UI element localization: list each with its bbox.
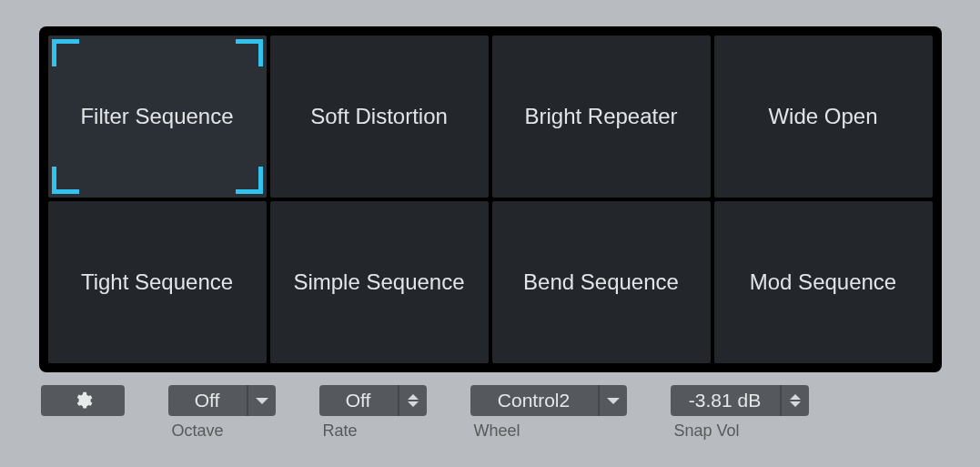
chevron-up-icon: [790, 394, 801, 400]
rate-value[interactable]: Off: [319, 385, 398, 416]
selection-corner-icon: [52, 167, 79, 194]
octave-value[interactable]: Off: [168, 385, 247, 416]
selection-corner-icon: [52, 39, 79, 66]
pad-label: Bend Sequence: [523, 268, 679, 296]
pad-label: Simple Sequence: [293, 268, 464, 296]
snapshot-panel: Filter Sequence Soft Distortion Bright R…: [30, 17, 951, 450]
snapshot-pad-2[interactable]: Soft Distortion: [270, 36, 489, 198]
pad-label: Tight Sequence: [81, 268, 233, 296]
chevron-down-icon: [607, 398, 620, 404]
pad-label: Soft Distortion: [310, 102, 448, 130]
rate-param: Off Rate: [319, 385, 427, 441]
snapshot-pad-7[interactable]: Bend Sequence: [492, 201, 711, 363]
settings-button[interactable]: [41, 385, 125, 416]
wheel-control[interactable]: Control2: [470, 385, 627, 416]
wheel-label: Wheel: [470, 421, 627, 441]
wheel-dropdown-button[interactable]: [598, 385, 627, 416]
wheel-param: Control2 Wheel: [470, 385, 627, 441]
pad-label: Filter Sequence: [80, 102, 233, 130]
pad-grid-frame: Filter Sequence Soft Distortion Bright R…: [39, 26, 942, 372]
wheel-value[interactable]: Control2: [470, 385, 598, 416]
snapshot-pad-1[interactable]: Filter Sequence: [48, 36, 267, 198]
snapvol-param: -3.81 dB Snap Vol: [671, 385, 809, 441]
snapshot-pad-6[interactable]: Simple Sequence: [270, 201, 489, 363]
pad-label: Mod Sequence: [750, 268, 896, 296]
snapshot-pad-5[interactable]: Tight Sequence: [48, 201, 267, 363]
octave-param: Off Octave: [168, 385, 276, 441]
pad-label: Wide Open: [768, 102, 877, 130]
octave-control[interactable]: Off: [168, 385, 276, 416]
pad-label: Bright Repeater: [524, 102, 677, 130]
snapshot-pad-4[interactable]: Wide Open: [714, 36, 933, 198]
rate-stepper[interactable]: [398, 385, 427, 416]
rate-label: Rate: [319, 421, 427, 441]
chevron-down-icon: [790, 401, 801, 407]
chevron-down-icon: [256, 398, 268, 404]
selection-corner-icon: [236, 167, 263, 194]
snapvol-value[interactable]: -3.81 dB: [671, 385, 780, 416]
gear-icon: [73, 391, 93, 411]
snapshot-pad-3[interactable]: Bright Repeater: [492, 36, 711, 198]
chevron-up-icon: [408, 394, 419, 400]
octave-dropdown-button[interactable]: [247, 385, 276, 416]
snapshot-pad-8[interactable]: Mod Sequence: [714, 201, 933, 363]
rate-control[interactable]: Off: [319, 385, 427, 416]
chevron-down-icon: [408, 401, 419, 407]
snapvol-label: Snap Vol: [671, 421, 809, 441]
pad-grid: Filter Sequence Soft Distortion Bright R…: [48, 36, 933, 363]
snapvol-stepper[interactable]: [780, 385, 809, 416]
controls-row: Off Octave Off Rate Control2: [39, 385, 942, 441]
snapvol-control[interactable]: -3.81 dB: [671, 385, 809, 416]
selection-corner-icon: [236, 39, 263, 66]
octave-label: Octave: [168, 421, 276, 441]
